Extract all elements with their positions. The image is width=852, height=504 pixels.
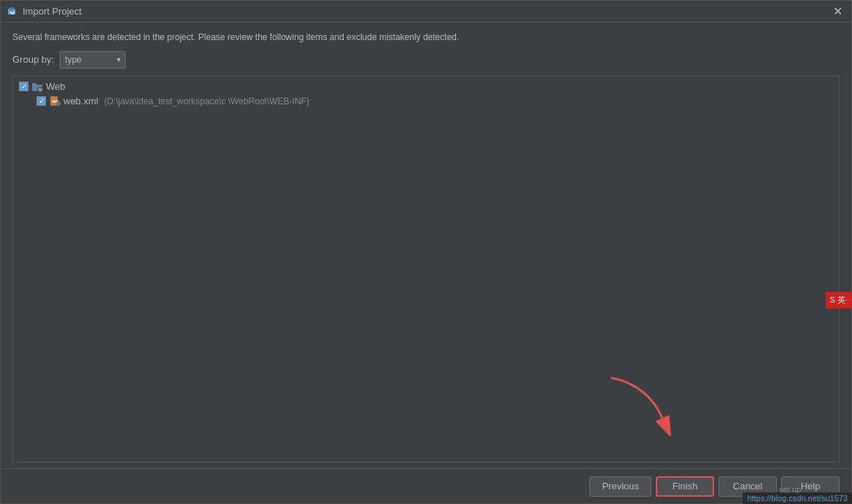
- csdn-url: https://blog.csdn.net/su1573: [743, 492, 852, 504]
- group-by-row: Group by: type name path: [12, 51, 840, 69]
- csdn-badge: S 英·: [826, 292, 852, 309]
- finish-button[interactable]: Finish: [656, 476, 714, 497]
- web-checkbox[interactable]: [19, 82, 28, 91]
- svg-rect-1: [9, 7, 14, 10]
- window-title: Import Project: [23, 6, 82, 17]
- title-bar: Import Project ✕: [1, 1, 851, 23]
- group-by-select[interactable]: type name path: [60, 51, 125, 69]
- svg-rect-3: [32, 83, 36, 85]
- detection-message: Several frameworks are detected in the p…: [12, 31, 840, 44]
- webxml-path: (D:\java\idea_test_workspace\c \WebRoot\…: [104, 96, 309, 106]
- csdn-badge-text: S 英·: [830, 295, 848, 306]
- webxml-label: web.xml: [63, 96, 98, 106]
- xml-file-icon: XML: [49, 96, 61, 107]
- csdn-setup-text: set up: [779, 485, 801, 494]
- group-by-select-wrapper[interactable]: type name path: [60, 51, 125, 69]
- close-button[interactable]: ✕: [829, 4, 845, 20]
- tree-item-webxml[interactable]: XML web.xml (D:\java\idea_test_workspace…: [34, 94, 836, 109]
- content-area: Several frameworks are detected in the p…: [1, 23, 851, 468]
- web-label: Web: [46, 81, 66, 92]
- app-icon: [7, 6, 18, 18]
- import-project-dialog: Import Project ✕ Several frameworks are …: [0, 0, 852, 504]
- svg-point-6: [39, 89, 41, 90]
- framework-tree: Web XML web.xml (D:\java\idea_test_works…: [12, 76, 840, 462]
- group-by-label: Group by:: [12, 54, 54, 65]
- web-folder-icon: [31, 81, 43, 93]
- tree-item-web[interactable]: Web: [16, 80, 836, 94]
- bottom-bar: Previous Finish Cancel Help: [1, 468, 851, 503]
- previous-button[interactable]: Previous: [589, 476, 651, 497]
- webxml-checkbox[interactable]: [36, 96, 46, 106]
- title-bar-left: Import Project: [7, 6, 82, 18]
